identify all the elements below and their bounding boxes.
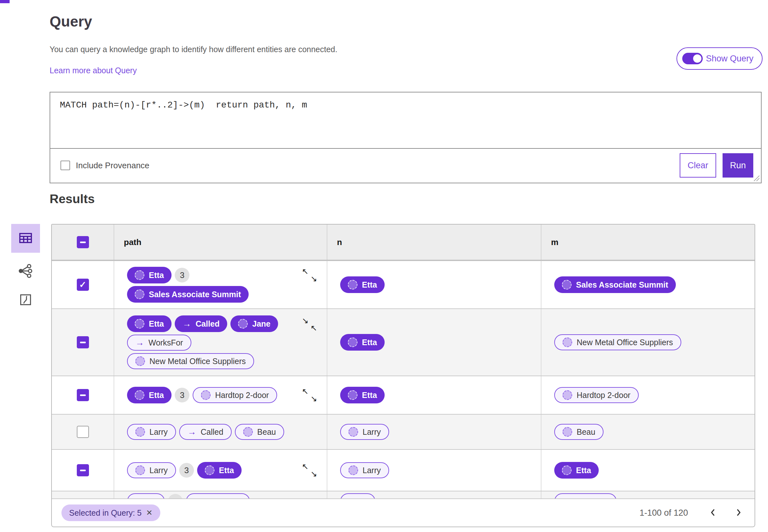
arrow-right-icon: →	[188, 428, 196, 436]
entity-pill[interactable]: New Metal Office Suppliers	[554, 334, 681, 350]
edge-pill[interactable]: →Called	[175, 315, 227, 332]
node-icon	[348, 465, 358, 475]
hidden-count-badge[interactable]: 3	[175, 268, 189, 282]
results-title: Results	[50, 192, 95, 206]
node-icon	[135, 319, 144, 329]
toggle-knob	[692, 53, 702, 64]
node-icon	[563, 427, 572, 437]
arrow-right-icon: →	[182, 320, 191, 328]
clear-button[interactable]: Clear	[680, 153, 716, 178]
collapse-icon[interactable]: ↘↖	[302, 317, 317, 332]
edge-pill[interactable]: →Called	[179, 424, 232, 440]
node-icon	[201, 390, 211, 400]
table-footer: Selected in Query: 5 ✕ 1-100 of 120	[52, 498, 755, 527]
results-view-table-button[interactable]	[11, 224, 40, 253]
show-query-toggle[interactable]: Show Query	[676, 47, 763, 70]
entity-pill[interactable]: Beau	[235, 424, 284, 440]
node-icon	[348, 280, 357, 290]
row-checkbox[interactable]: ✓	[77, 279, 89, 291]
entity-pill[interactable]: New Metal Office Suppliers	[127, 353, 254, 369]
node-icon	[135, 427, 145, 437]
node-icon	[243, 427, 253, 437]
hidden-count-badge[interactable]: 3	[179, 463, 194, 478]
pagination-range: 1-100 of 120	[639, 508, 688, 518]
node-icon	[135, 465, 145, 475]
toggle-switch-icon[interactable]	[682, 53, 703, 64]
node-icon	[135, 290, 144, 299]
table-row: ✓ Etta 3 ↖↘ Sales Associate Summit Etta …	[52, 260, 755, 308]
run-button[interactable]: Run	[723, 153, 753, 178]
entity-pill[interactable]: Larry	[127, 462, 176, 478]
node-icon	[348, 337, 357, 347]
row-checkbox[interactable]	[77, 426, 89, 438]
results-table: path n m ✓ Etta 3 ↖↘ Sales Associate Sum…	[51, 224, 755, 527]
select-all-checkbox[interactable]	[77, 236, 89, 248]
learn-more-link[interactable]: Learn more about Query	[50, 66, 137, 75]
entity-pill[interactable]: Etta	[197, 462, 242, 479]
node-icon	[348, 390, 357, 400]
table-row: Etta 3 Hardtop 2-door ↖↘ Etta Hardtop 2-…	[52, 376, 755, 414]
row-checkbox[interactable]	[77, 336, 89, 348]
node-icon	[348, 427, 358, 437]
results-view-graph-button[interactable]	[17, 262, 35, 280]
next-page-button[interactable]	[732, 506, 746, 520]
hidden-count-badge[interactable]: 3	[175, 388, 189, 402]
entity-pill[interactable]: Sales Associate Summit	[127, 286, 249, 303]
include-provenance-label: Include Provenance	[76, 161, 149, 171]
results-view-chart-button[interactable]	[17, 292, 34, 308]
entity-pill[interactable]: Etta	[340, 276, 385, 293]
node-icon	[563, 390, 572, 400]
node-icon	[135, 356, 145, 366]
table-view-icon	[18, 230, 33, 247]
app-edge-accent	[0, 0, 10, 3]
entity-pill[interactable]: Hardtop 2-door	[193, 387, 277, 403]
graph-view-icon	[18, 263, 33, 280]
edge-pill[interactable]: →WorksFor	[127, 335, 191, 351]
table-row: Etta →Called Jane ↘↖ →WorksFor New Metal…	[52, 308, 755, 376]
expand-icon[interactable]: ↖↘	[302, 267, 317, 283]
chevron-right-icon	[733, 507, 744, 519]
entity-pill[interactable]: Larry	[340, 462, 389, 478]
selected-in-query-chip[interactable]: Selected in Query: 5 ✕	[61, 504, 160, 521]
include-provenance-checkbox[interactable]	[60, 161, 70, 170]
column-header-path[interactable]: path	[114, 237, 141, 247]
entity-pill[interactable]: Hardtop 2-door	[554, 387, 639, 403]
entity-pill[interactable]: Jane	[230, 315, 278, 332]
node-icon	[205, 465, 214, 475]
query-code-input[interactable]: MATCH path=(n)-[r*..2]->(m) return path,…	[50, 92, 761, 149]
selected-in-query-label: Selected in Query: 5	[69, 508, 142, 518]
expand-icon[interactable]: ↖↘	[302, 463, 317, 478]
entity-pill[interactable]: Etta	[127, 387, 172, 403]
entity-pill[interactable]: Sales Associate Summit	[554, 276, 676, 293]
entity-pill[interactable]: Larry	[340, 424, 389, 440]
column-header-n[interactable]: n	[327, 237, 342, 247]
entity-pill[interactable]: Beau	[554, 424, 604, 440]
page-title: Query	[50, 13, 92, 30]
entity-pill[interactable]: Larry	[127, 424, 176, 440]
entity-pill[interactable]: Etta	[554, 462, 599, 479]
resize-handle-icon[interactable]	[753, 174, 760, 181]
node-icon	[238, 319, 248, 329]
query-editor-toolbar: Include Provenance Clear Run	[50, 149, 761, 182]
node-icon	[135, 390, 144, 400]
close-icon[interactable]: ✕	[146, 508, 153, 517]
show-query-label: Show Query	[706, 54, 754, 64]
node-icon	[562, 465, 572, 475]
node-icon	[135, 270, 144, 280]
entity-pill[interactable]: Etta	[127, 315, 172, 332]
column-header-m[interactable]: m	[541, 237, 558, 247]
row-checkbox[interactable]	[77, 464, 89, 476]
expand-icon[interactable]: ↖↘	[302, 387, 317, 403]
arrow-right-icon: →	[135, 338, 144, 347]
pagination: 1-100 of 120	[639, 506, 746, 520]
chevron-left-icon	[708, 507, 718, 519]
entity-pill[interactable]: Etta	[127, 267, 172, 283]
previous-page-button[interactable]	[706, 506, 720, 520]
entity-pill[interactable]: Etta	[340, 334, 385, 351]
table-row: Larry 3 Etta ↖↘ Larry Etta	[52, 449, 755, 491]
row-checkbox[interactable]	[77, 389, 89, 401]
node-icon	[562, 280, 572, 290]
query-editor-box: MATCH path=(n)-[r*..2]->(m) return path,…	[50, 92, 762, 183]
node-icon	[563, 337, 572, 347]
entity-pill[interactable]: Etta	[340, 387, 385, 403]
